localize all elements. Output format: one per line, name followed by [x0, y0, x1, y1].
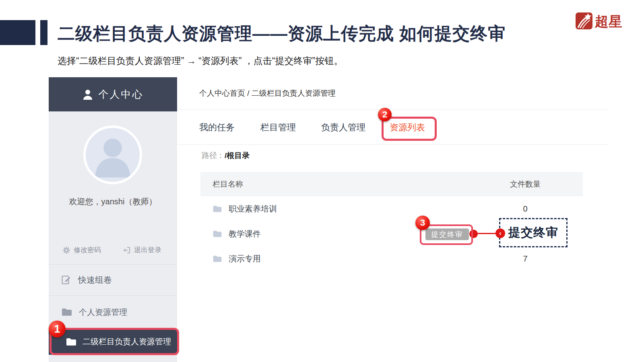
- folder-link[interactable]: 演示专用: [200, 253, 468, 264]
- folder-name: 教学课件: [229, 228, 261, 239]
- sidebar-item-label: 个人资源管理: [79, 307, 127, 318]
- chaoxing-logo: 超星: [575, 10, 627, 32]
- folder-icon: [61, 308, 72, 317]
- step-badge-3: 3: [415, 216, 430, 230]
- user-icon: [83, 89, 93, 100]
- account-actions: 修改密码 退出登录: [49, 245, 177, 256]
- breadcrumb[interactable]: 个人中心首页 / 二级栏目负责人资源管理: [199, 88, 336, 99]
- page-subtitle: 选择“二级栏目负责人资源管理” → “资源列表” ，点击“提交终审”按钮。: [58, 55, 343, 67]
- column-header-name: 栏目名称: [200, 179, 468, 189]
- folder-name: 演示专用: [229, 253, 261, 264]
- logo-text: 超星: [594, 14, 622, 29]
- sidebar-item-quick-paper[interactable]: 快速组卷: [49, 265, 177, 295]
- change-password-label: 修改密码: [74, 245, 101, 255]
- highlight-rect-step2: [382, 117, 437, 141]
- highlight-rect-step1: [50, 328, 179, 355]
- sidebar-header-title: 个人中心: [99, 88, 144, 101]
- folder-link[interactable]: 职业素养培训: [200, 204, 468, 214]
- callout-box: 提交终审: [499, 218, 568, 247]
- folder-icon: [213, 205, 222, 213]
- folder-name: 职业素养培训: [229, 204, 277, 214]
- breadcrumb-row: 个人中心首页 / 二级栏目负责人资源管理: [177, 77, 609, 110]
- column-header-count: 文件数量: [468, 179, 583, 189]
- logout-button[interactable]: 退出登录: [123, 245, 161, 255]
- folder-icon: [213, 255, 222, 263]
- page-title: 二级栏目负责人资源管理——资源上传完成 如何提交终审: [58, 22, 561, 45]
- gear-icon: [62, 246, 70, 254]
- tab-manager-management[interactable]: 负责人管理: [321, 110, 365, 145]
- path-root-link[interactable]: /根目录: [225, 151, 250, 160]
- file-count: 7: [468, 254, 583, 263]
- sidebar-item-personal-resources[interactable]: 个人资源管理: [49, 296, 177, 329]
- sidebar-item-label: 快速组卷: [78, 274, 112, 286]
- sidebar-header: 个人中心: [49, 77, 177, 111]
- avatar: [83, 125, 142, 184]
- folder-icon: [213, 230, 222, 238]
- compose-icon: [61, 275, 72, 285]
- table-header: 栏目名称 文件数量: [200, 172, 583, 196]
- welcome-text: 欢迎您，yanshi（教师）: [49, 196, 177, 207]
- change-password-button[interactable]: 修改密码: [62, 245, 101, 255]
- table-row: 职业素养培训 0: [200, 196, 583, 221]
- sidebar: 个人中心 欢迎您，yanshi（教师）: [49, 77, 177, 362]
- step-badge-1: 1: [49, 321, 66, 337]
- path-label: 路径：: [202, 151, 225, 160]
- table-row: 演示专用 7: [200, 246, 583, 271]
- logout-icon: [123, 246, 131, 254]
- tutorial-slide: 二级栏目负责人资源管理——资源上传完成 如何提交终审 选择“二级栏目负责人资源管…: [0, 0, 644, 362]
- path-row: 路径：/根目录: [202, 150, 250, 161]
- logout-label: 退出登录: [134, 245, 161, 255]
- callout-chevron-icon: ‹: [495, 228, 505, 238]
- title-decor-block: [0, 20, 35, 45]
- file-count: 0: [468, 204, 583, 214]
- tab-my-tasks[interactable]: 我的任务: [199, 110, 235, 145]
- step-badge-2: 2: [378, 108, 392, 121]
- title-decor-bar: [40, 20, 47, 45]
- tab-section-management[interactable]: 栏目管理: [260, 110, 296, 145]
